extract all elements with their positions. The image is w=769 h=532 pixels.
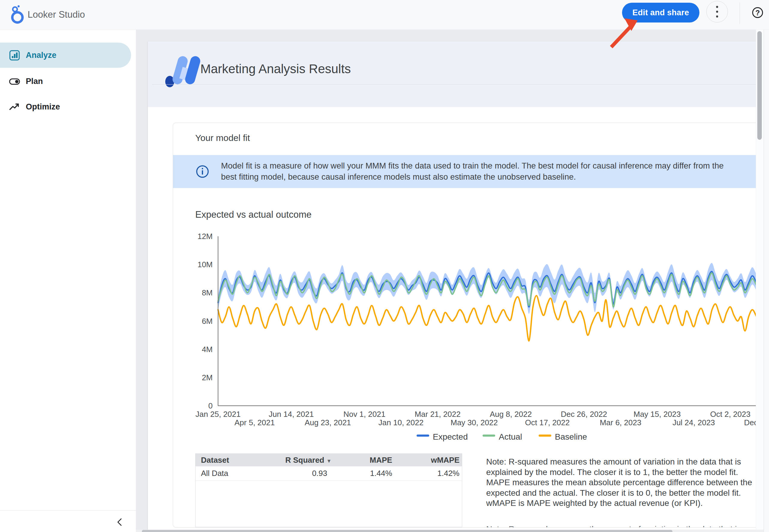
more-options-button[interactable]	[706, 1, 728, 22]
sidebar-divider	[0, 510, 136, 511]
x-tick-label: Nov 1, 2021	[343, 410, 385, 419]
sidebar-item-label: Optimize	[26, 102, 60, 112]
legend-label: Expected	[433, 432, 468, 441]
table-cell: 0.93	[285, 469, 330, 478]
sidebar-item-label: Plan	[26, 77, 43, 86]
x-tick-label: Mar 6, 2023	[600, 418, 642, 427]
x-tick-label: Jun 14, 2021	[269, 410, 314, 419]
legend-swatch	[483, 435, 495, 437]
y-tick-label: 0	[208, 401, 213, 410]
vertical-scrollbar-thumb[interactable]	[757, 31, 762, 140]
info-icon	[196, 165, 209, 178]
analyze-chart-icon	[9, 50, 20, 61]
legend-label: Actual	[499, 432, 522, 441]
x-tick-label: Apr 5, 2021	[235, 418, 275, 427]
clipped-next-text: Note: R-squared measures the amount of v…	[486, 525, 756, 527]
table-column-header[interactable]: R Squared ▼	[285, 456, 330, 465]
sidebar-nav: Analyze Plan Optimize	[0, 29, 136, 532]
x-tick-label: Jan 10, 2022	[379, 418, 423, 427]
x-tick-label: Dec 11, 2023	[744, 418, 756, 427]
sidebar-item-optimize[interactable]: Optimize	[0, 94, 131, 119]
table-cell: All Data	[196, 469, 285, 478]
x-tick-label: May 15, 2023	[633, 410, 681, 419]
y-tick-label: 8M	[202, 288, 213, 297]
looker-studio-app: Looker Studio Edit and share ? Analyze	[0, 0, 769, 532]
y-tick-label: 6M	[202, 317, 213, 326]
x-tick-label: Aug 8, 2022	[490, 410, 532, 419]
table-cell: 1.42%	[395, 469, 462, 478]
info-banner: Model fit is a measure of how well your …	[173, 155, 756, 188]
annotation-arrow	[606, 16, 645, 49]
x-tick-label: Aug 23, 2021	[305, 418, 351, 427]
svg-text:?: ?	[756, 9, 760, 17]
legend-label: Baseline	[555, 432, 587, 441]
plan-toggle-icon	[9, 76, 20, 87]
sidebar-item-plan[interactable]: Plan	[0, 69, 131, 94]
sidebar-item-label: Analyze	[26, 51, 56, 60]
model-fit-table: DatasetR Squared ▼MAPEwMAPE All Data0.93…	[195, 453, 462, 527]
legend-swatch	[539, 435, 551, 437]
help-icon[interactable]: ?	[752, 7, 764, 19]
right-edge-panel	[764, 29, 769, 532]
table-column-header[interactable]: Dataset	[196, 456, 285, 465]
app-title: Looker Studio	[28, 0, 85, 29]
note-text: Note: R-squared measures the amount of v…	[486, 457, 753, 509]
table-row: All Data0.931.44%1.42%	[196, 466, 462, 481]
info-banner-text: Model fit is a measure of how well your …	[221, 160, 738, 182]
y-tick-label: 10M	[197, 260, 213, 269]
expected-vs-actual-chart: 02M4M6M8M10M12MJan 25, 2021Apr 5, 2021Ju…	[180, 228, 756, 447]
kebab-menu-icon	[716, 5, 719, 18]
x-tick-label: May 30, 2022	[450, 418, 498, 427]
x-tick-label: Oct 2, 2023	[710, 410, 750, 419]
x-tick-label: Jan 25, 2021	[196, 410, 241, 419]
y-tick-label: 2M	[202, 373, 213, 382]
chart-heading: Expected vs actual outcome	[195, 209, 312, 220]
topbar-divider	[740, 2, 740, 24]
card-title: Your model fit	[195, 133, 250, 143]
y-tick-label: 12M	[197, 232, 213, 241]
table-column-header[interactable]: MAPE	[330, 456, 394, 465]
collapse-sidebar-chevron[interactable]	[116, 518, 124, 527]
vertical-scrollbar-track[interactable]	[756, 29, 764, 532]
looker-studio-logo-icon	[7, 5, 26, 25]
baseline-line	[218, 296, 756, 341]
report-page: Marketing Analysis Results Your model fi…	[148, 41, 756, 530]
x-tick-label: Mar 21, 2022	[414, 410, 460, 419]
y-tick-label: 4M	[202, 345, 213, 354]
horizontal-scrollbar-track[interactable]	[136, 530, 764, 532]
table-column-header[interactable]: wMAPE	[395, 456, 462, 465]
legend-swatch	[417, 435, 429, 437]
report-header-divider	[152, 84, 756, 85]
optimize-trending-up-icon	[9, 101, 20, 112]
report-title: Marketing Analysis Results	[200, 62, 351, 76]
x-tick-label: Dec 26, 2022	[561, 410, 607, 419]
top-bar: Looker Studio Edit and share ?	[0, 0, 769, 30]
sidebar-item-analyze[interactable]: Analyze	[0, 43, 131, 68]
table-cell: 1.44%	[330, 469, 395, 478]
x-tick-label: Oct 17, 2022	[525, 418, 570, 427]
horizontal-scrollbar-thumb[interactable]	[142, 530, 672, 532]
x-tick-label: Jul 24, 2023	[672, 418, 715, 427]
table-header-row: DatasetR Squared ▼MAPEwMAPE	[196, 454, 462, 466]
model-fit-card: Your model fit Model fit is a measure of…	[173, 123, 756, 528]
